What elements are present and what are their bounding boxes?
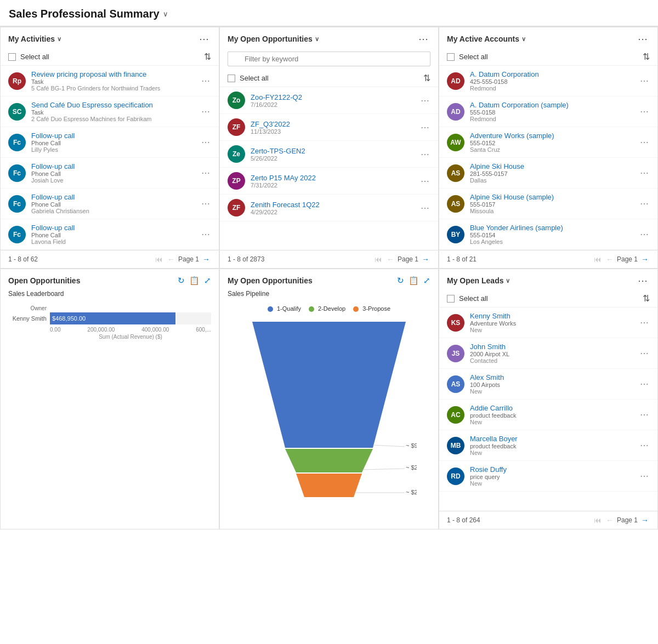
my-active-accounts-pagination: 1 - 8 of 21 — [447, 255, 477, 263]
item-more-button[interactable]: ⋯ — [419, 122, 430, 133]
account-phone: 425-555-0158 — [470, 78, 633, 85]
item-more-button[interactable]: ⋯ — [639, 106, 650, 117]
item-more-button[interactable]: ⋯ — [639, 168, 650, 178]
item-more-button[interactable]: ⋯ — [639, 137, 650, 147]
first-page-button[interactable]: ⏮ — [373, 255, 383, 264]
expand-button[interactable]: ⤢ — [204, 276, 211, 286]
list-item[interactable]: AS Alpine Ski House 281-555-0157 Dallas … — [439, 158, 657, 189]
list-item[interactable]: Fc Follow-up call Phone Call Lilly Pyles… — [1, 127, 219, 158]
next-page-button[interactable]: → — [421, 255, 430, 264]
list-item[interactable]: BY Blue Yonder Airlines (sample) 555-015… — [439, 219, 657, 250]
my-activities-more-button[interactable]: ⋯ — [197, 34, 211, 44]
list-item[interactable]: ZF Zenith Forecast 1Q22 4/29/2022 ⋯ — [220, 195, 438, 221]
export-button[interactable]: 📋 — [409, 276, 419, 286]
item-more-button[interactable]: ⋯ — [200, 229, 211, 240]
next-page-button[interactable]: → — [640, 255, 650, 264]
my-active-accounts-select-all-checkbox[interactable] — [447, 53, 455, 61]
open-opportunities-chart-card: Open Opportunities ↻ 📋 ⤢ Sales Leaderboa… — [0, 269, 219, 529]
next-page-button[interactable]: → — [640, 516, 650, 525]
list-item[interactable]: ZP Zerto P15 MAy 2022 7/31/2022 ⋯ — [220, 168, 438, 195]
prev-page-button[interactable]: ← — [166, 255, 176, 264]
my-activities-select-all-checkbox[interactable] — [8, 53, 16, 61]
item-more-button[interactable]: ⋯ — [200, 76, 211, 86]
my-active-accounts-select-all-label: Select all — [459, 53, 488, 61]
list-item[interactable]: AD A. Datum Corporation 425-555-0158 Red… — [439, 66, 657, 96]
prev-page-button[interactable]: ← — [605, 516, 615, 525]
page-title: Sales Professional Summary — [9, 8, 160, 20]
list-item[interactable]: MB Marcella Boyer product feedback New ⋯ — [439, 430, 657, 461]
item-more-button[interactable]: ⋯ — [419, 149, 430, 159]
item-more-button[interactable]: ⋯ — [639, 317, 650, 328]
list-item[interactable]: Fc Follow-up call Phone Call Josiah Love… — [1, 158, 219, 189]
first-page-button[interactable]: ⏮ — [593, 255, 603, 264]
propose-segment — [296, 474, 362, 497]
my-active-accounts-list: AD A. Datum Corporation 425-555-0158 Red… — [439, 66, 657, 250]
avatar: AD — [447, 72, 464, 90]
item-more-button[interactable]: ⋯ — [639, 379, 650, 389]
my-active-accounts-more-button[interactable]: ⋯ — [636, 34, 650, 44]
list-item[interactable]: RD Rosie Duffy price query New ⋯ — [439, 461, 657, 492]
list-item[interactable]: Rp Review pricing proposal with finance … — [1, 66, 219, 96]
list-item[interactable]: AW Adventure Works (sample) 555-0152 San… — [439, 127, 657, 158]
my-open-leads-more-button[interactable]: ⋯ — [636, 276, 650, 286]
item-more-button[interactable]: ⋯ — [639, 440, 650, 451]
my-open-opp-select-all-checkbox[interactable] — [228, 75, 235, 82]
item-more-button[interactable]: ⋯ — [639, 76, 650, 86]
item-more-button[interactable]: ⋯ — [200, 168, 211, 178]
item-more-button[interactable]: ⋯ — [639, 348, 650, 358]
item-more-button[interactable]: ⋯ — [639, 409, 650, 420]
list-item[interactable]: AS Alex Smith 100 Airpots New ⋯ — [439, 369, 657, 400]
my-open-leads-chevron-icon[interactable]: ∨ — [506, 277, 510, 284]
my-active-accounts-chevron-icon[interactable]: ∨ — [521, 36, 526, 43]
first-page-button[interactable]: ⏮ — [154, 255, 164, 264]
refresh-button[interactable]: ↻ — [397, 276, 404, 286]
bar-owner-label: Owner — [8, 305, 47, 311]
list-item[interactable]: KS Kenny Smith Adventure Works New ⋯ — [439, 307, 657, 338]
expand-button[interactable]: ⤢ — [423, 276, 430, 286]
my-open-opp-chevron-icon[interactable]: ∨ — [315, 36, 319, 43]
list-item[interactable]: AD A. Datum Corporation (sample) 555-015… — [439, 96, 657, 127]
item-more-button[interactable]: ⋯ — [639, 229, 650, 240]
item-title: Adventure Works (sample) — [470, 132, 633, 140]
my-activities-card: My Activities ∨ ⋯ Select all ⇅ Rp Review… — [0, 27, 219, 269]
item-title: Zenith Forecast 1Q22 — [251, 201, 414, 209]
first-page-button[interactable]: ⏮ — [593, 516, 603, 525]
export-button[interactable]: 📋 — [189, 276, 200, 286]
my-activities-sort-button[interactable]: ⇅ — [204, 52, 211, 62]
list-item[interactable]: Ze Zerto-TPS-GEN2 5/26/2022 ⋯ — [220, 141, 438, 168]
search-input[interactable] — [228, 52, 430, 66]
item-more-button[interactable]: ⋯ — [200, 137, 211, 147]
list-item[interactable]: Fc Follow-up call Phone Call Gabriela Ch… — [1, 189, 219, 219]
item-more-button[interactable]: ⋯ — [200, 106, 211, 117]
my-open-leads-sort-button[interactable]: ⇅ — [643, 293, 650, 304]
refresh-button[interactable]: ↻ — [178, 276, 185, 286]
item-content: Follow-up call Phone Call Josiah Love — [31, 162, 195, 184]
list-item[interactable]: AS Alpine Ski House (sample) 555-0157 Mi… — [439, 189, 657, 219]
item-more-button[interactable]: ⋯ — [419, 95, 430, 106]
avatar: Fc — [8, 195, 26, 213]
list-item[interactable]: Fc Follow-up call Phone Call Lavona Fiel… — [1, 219, 219, 250]
item-more-button[interactable]: ⋯ — [639, 198, 650, 209]
next-page-button[interactable]: → — [201, 255, 211, 264]
list-item[interactable]: Zo Zoo-FY2122-Q2 7/16/2022 ⋯ — [220, 87, 438, 114]
my-active-accounts-sort-button[interactable]: ⇅ — [643, 52, 650, 62]
list-item[interactable]: SC Send Café Duo Espresso specification … — [1, 96, 219, 127]
item-more-button[interactable]: ⋯ — [639, 471, 650, 481]
item-more-button[interactable]: ⋯ — [419, 203, 430, 213]
prev-page-button[interactable]: ← — [605, 255, 615, 264]
item-status: New — [470, 327, 633, 333]
item-sub2: 5 Café BG-1 Pro Grinders for Northwind T… — [31, 85, 195, 92]
list-item[interactable]: AC Addie Carrillo product feedback New ⋯ — [439, 400, 657, 430]
title-chevron-icon[interactable]: ∨ — [163, 10, 168, 18]
item-more-button[interactable]: ⋯ — [419, 176, 430, 186]
my-open-leads-select-all-checkbox[interactable] — [447, 295, 455, 303]
my-activities-chevron-icon[interactable]: ∨ — [57, 36, 61, 43]
my-open-opp-list: Zo Zoo-FY2122-Q2 7/16/2022 ⋯ ZF ZF_Q3'20… — [220, 87, 438, 250]
my-open-opp-more-button[interactable]: ⋯ — [416, 34, 430, 44]
my-open-opp-sort-button[interactable]: ⇅ — [423, 73, 430, 83]
item-more-button[interactable]: ⋯ — [200, 198, 211, 209]
avatar: MB — [447, 437, 464, 454]
list-item[interactable]: JS John Smith 2000 Airpot XL Contacted ⋯ — [439, 338, 657, 369]
prev-page-button[interactable]: ← — [385, 255, 395, 264]
list-item[interactable]: ZF ZF_Q3'2022 11/13/2023 ⋯ — [220, 114, 438, 141]
